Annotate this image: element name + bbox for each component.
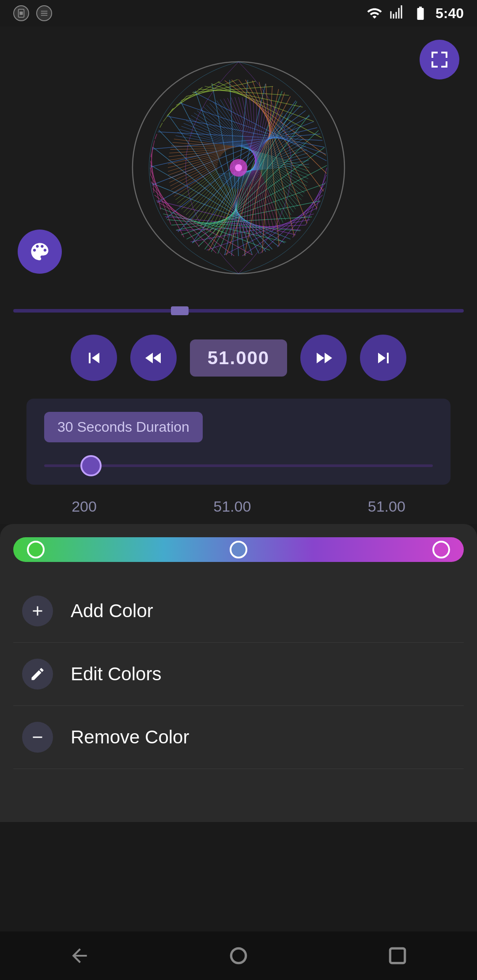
rewind-button[interactable] — [130, 335, 177, 381]
svg-line-142 — [168, 155, 221, 172]
nav-recents-button[interactable] — [380, 938, 415, 973]
status-left-icons — [13, 5, 52, 21]
bottom-panel: Add Color Edit Colors Remove Color — [0, 524, 477, 822]
plus-icon — [30, 603, 45, 619]
edit-colors-label: Edit Colors — [71, 663, 161, 685]
main-slider-track[interactable] — [13, 309, 464, 313]
minus-icon — [30, 729, 45, 745]
svg-line-48 — [155, 134, 157, 139]
duration-slider-thumb[interactable] — [80, 455, 102, 476]
fast-forward-icon — [313, 347, 334, 369]
color-gradient-bar[interactable] — [13, 537, 464, 562]
remove-color-label: Remove Color — [71, 727, 189, 748]
gradient-handle-left[interactable] — [27, 541, 45, 558]
main-slider-thumb[interactable] — [171, 306, 189, 315]
skip-end-button[interactable] — [360, 335, 406, 381]
edit-colors-icon-bg — [22, 659, 53, 690]
pencil-icon — [30, 666, 45, 682]
nav-back-icon — [68, 945, 91, 967]
values-row: 200 51.00 51.00 — [0, 494, 477, 524]
svg-line-52 — [171, 87, 202, 110]
svg-line-125 — [197, 184, 225, 225]
signal-icon — [390, 5, 405, 21]
visualization-area — [0, 26, 477, 300]
expand-button[interactable] — [420, 40, 459, 79]
value-middle: 51.00 — [213, 498, 251, 515]
nav-home-button[interactable] — [221, 938, 256, 973]
svg-line-49 — [160, 123, 163, 128]
sim-icon — [13, 5, 29, 21]
svg-line-38 — [157, 202, 252, 255]
palette-button[interactable] — [18, 230, 62, 274]
svg-line-141 — [168, 157, 220, 175]
skip-start-button[interactable] — [71, 335, 117, 381]
skip-end-icon — [373, 347, 394, 369]
nav-bar — [0, 931, 477, 980]
duration-panel: 30 Seconds Duration — [26, 399, 450, 485]
time-display: 51.000 — [190, 339, 287, 377]
svg-line-144 — [168, 152, 224, 164]
svg-line-5 — [293, 181, 326, 237]
status-bar: 5:40 — [0, 0, 477, 26]
edit-colors-item[interactable]: Edit Colors — [13, 643, 464, 706]
svg-line-100 — [260, 169, 283, 223]
svg-rect-1 — [19, 11, 23, 15]
svg-line-148 — [170, 148, 230, 150]
svg-line-62 — [231, 80, 326, 173]
value-right: 51.00 — [368, 498, 405, 515]
add-color-icon-bg — [22, 596, 53, 626]
rewind-icon — [143, 347, 164, 369]
svg-line-110 — [250, 185, 251, 237]
svg-line-97 — [259, 163, 291, 215]
nav-home-icon — [227, 945, 250, 967]
spirograph-display — [119, 49, 358, 287]
remove-color-item[interactable]: Remove Color — [13, 706, 464, 769]
main-slider-area — [0, 300, 477, 326]
controls-row: 51.000 — [0, 326, 477, 390]
add-color-label: Add Color — [71, 600, 153, 622]
svg-rect-206 — [390, 948, 405, 963]
nav-recents-icon — [386, 945, 409, 967]
duration-slider-track[interactable] — [44, 464, 433, 467]
add-color-item[interactable]: Add Color — [13, 580, 464, 643]
fast-forward-button[interactable] — [300, 335, 347, 381]
status-right-info: 5:40 — [367, 5, 464, 22]
duration-label: 30 Seconds Duration — [44, 412, 203, 442]
gradient-handle-right[interactable] — [432, 541, 450, 558]
skip-start-icon — [83, 347, 105, 369]
expand-icon — [429, 49, 450, 70]
svg-point-205 — [231, 948, 246, 963]
value-left: 200 — [72, 498, 97, 515]
svg-point-204 — [235, 164, 242, 171]
palette-icon — [28, 240, 51, 263]
svg-line-131 — [182, 175, 219, 209]
svg-line-104 — [258, 176, 270, 230]
status-time: 5:40 — [435, 5, 464, 22]
gradient-handle-mid[interactable] — [230, 541, 247, 558]
svg-line-4 — [306, 175, 326, 225]
svg-line-126 — [194, 183, 223, 222]
svg-line-129 — [186, 178, 220, 215]
svg-line-58 — [204, 86, 303, 107]
notification-icon — [36, 5, 52, 21]
remove-color-icon-bg — [22, 722, 53, 753]
wifi-icon — [367, 5, 382, 21]
nav-back-button[interactable] — [62, 938, 97, 973]
battery-icon — [413, 5, 428, 21]
